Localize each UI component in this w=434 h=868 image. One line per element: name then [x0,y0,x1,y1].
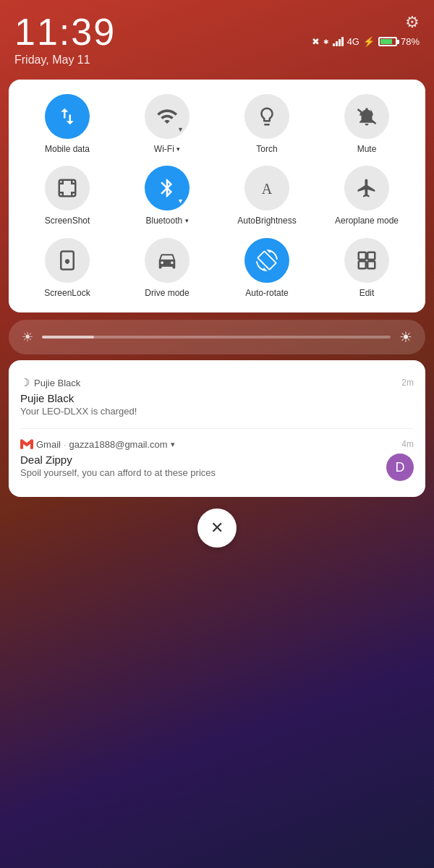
aeroplane-icon [344,166,389,210]
gmail-body: Spoil yourself, you can afford to at the… [20,467,379,478]
notif-pujie-app: ☽ Pujie Black [20,376,80,389]
close-button[interactable]: ✕ [197,509,237,548]
qs-autorotate[interactable]: Auto-rotate [220,238,314,298]
gmail-avatar: D [386,454,414,481]
notifications-panel: ☽ Pujie Black 2m Pujie Black Your LEO-DL… [9,360,425,497]
torch-icon [244,94,289,139]
bluetooth-icon-small: ✱ [323,38,329,46]
quick-settings-grid: Mobile data ▼ Wi-Fi ▾ Torch Mute [20,94,414,298]
gmail-app-name: Gmail [36,439,61,450]
mobile-data-label: Mobile data [45,144,90,154]
network-type: 4G [347,36,359,47]
brightness-fill [42,336,94,339]
brightness-track[interactable] [42,336,391,339]
screenlock-icon [45,238,90,283]
notif-pujie-header: ☽ Pujie Black 2m [20,376,414,389]
gmail-dropdown-icon[interactable]: ▾ [171,440,175,449]
svg-text:A: A [262,181,273,197]
svg-rect-8 [367,261,375,268]
svg-rect-1 [59,180,76,197]
battery-icon [378,37,397,46]
screenshot-label: ScreenShot [45,216,90,226]
clock: 11:39 [14,13,116,51]
gmail-dot: · [64,439,67,450]
qs-torch[interactable]: Torch [220,94,314,154]
pujie-app-name: Pujie Black [34,378,80,388]
qs-drivemode[interactable]: Drive mode [120,238,214,298]
gmail-icon [20,438,33,451]
gmail-content-row: Deal Zippy Spoil yourself, you can affor… [20,454,414,481]
svg-rect-6 [367,252,375,260]
qs-autobrightness[interactable]: A AutoBrightness [220,166,314,226]
torch-label: Torch [256,144,277,154]
gmail-time: 4m [401,439,414,449]
close-button-wrap: ✕ [0,509,434,548]
quick-settings-panel: Mobile data ▼ Wi-Fi ▾ Torch Mute [9,80,425,312]
date: Friday, May 11 [14,54,116,67]
edit-label: Edit [359,288,375,298]
qs-wifi[interactable]: ▼ Wi-Fi ▾ [120,94,214,154]
charging-icon: ⚡ [363,36,375,47]
drivemode-icon [145,238,190,283]
notif-gmail-header: Gmail · gazza1888@gmail.com ▾ 4m [20,438,414,451]
svg-rect-7 [359,261,366,268]
gmail-body-wrap: Deal Zippy Spoil yourself, you can affor… [20,454,379,478]
brightness-min-icon: ☀ [22,329,33,345]
aeroplane-label: Aeroplane mode [335,216,399,226]
status-icons: ✖ ✱ 4G ⚡ 78% [312,36,420,47]
qs-screenlock[interactable]: ScreenLock [20,238,114,298]
brightness-slider[interactable]: ☀ ☀ [9,320,425,354]
screenlock-label: ScreenLock [44,288,90,298]
close-icon: ✕ [210,519,224,537]
autobrightness-label: AutoBrightness [237,216,296,226]
wifi-label: Wi-Fi ▾ [154,144,180,154]
pujie-time: 2m [401,378,414,388]
status-bar: 11:39 Friday, May 11 ⚙ ✖ ✱ 4G ⚡ 78% [0,0,434,72]
gmail-sender: Gmail · gazza1888@gmail.com ▾ [20,438,175,451]
gmail-title: Deal Zippy [20,454,379,466]
brightness-max-icon: ☀ [399,328,412,346]
autorotate-label: Auto-rotate [245,288,288,298]
mobile-data-icon [45,94,90,139]
signal-icon [333,37,344,46]
pujie-app-icon: ☽ [20,376,30,389]
bluetooth-status-icon: ✖ [312,36,320,47]
qs-mute[interactable]: Mute [320,94,414,154]
svg-rect-5 [359,252,366,260]
notification-pujie[interactable]: ☽ Pujie Black 2m Pujie Black Your LEO-DL… [20,372,414,421]
bluetooth-label: Bluetooth ▾ [145,216,188,226]
screenshot-icon [45,166,90,210]
battery-percent: 78% [401,36,420,47]
status-left: 11:39 Friday, May 11 [14,13,116,67]
autobrightness-icon: A [244,166,289,210]
wifi-icon: ▼ [145,94,190,139]
drivemode-label: Drive mode [145,288,189,298]
mute-label: Mute [357,144,377,154]
qs-screenshot[interactable]: ScreenShot [20,166,114,226]
bluetooth-icon: ▼ [145,166,190,210]
qs-edit[interactable]: Edit [320,238,414,298]
notification-gmail[interactable]: Gmail · gazza1888@gmail.com ▾ 4m Deal Zi… [20,428,414,485]
mute-icon [344,94,389,139]
pujie-title: Pujie Black [20,392,414,404]
pujie-body: Your LEO-DLXX is charged! [20,406,414,417]
autorotate-icon [244,238,289,283]
qs-bluetooth[interactable]: ▼ Bluetooth ▾ [120,166,214,226]
edit-icon [344,238,389,283]
status-right: ⚙ ✖ ✱ 4G ⚡ 78% [312,13,420,47]
qs-mobile-data[interactable]: Mobile data [20,94,114,154]
qs-aeroplane[interactable]: Aeroplane mode [320,166,414,226]
gmail-account: gazza1888@gmail.com [69,439,168,450]
gear-icon[interactable]: ⚙ [405,13,420,32]
